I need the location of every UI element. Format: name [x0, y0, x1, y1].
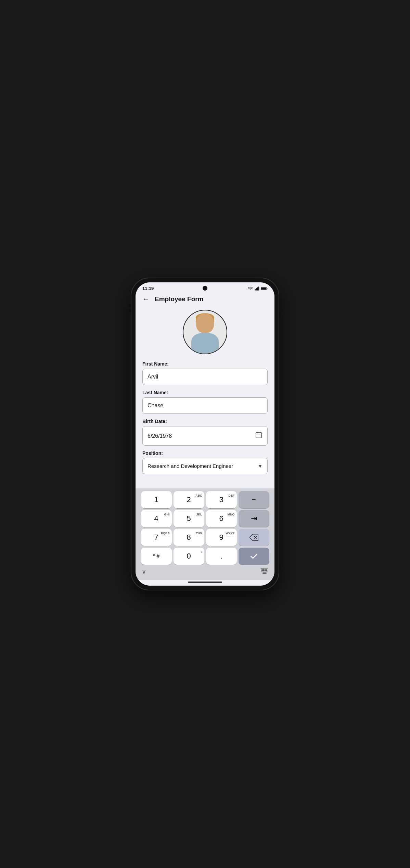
- dropdown-arrow-icon: ▼: [258, 463, 262, 469]
- svg-rect-0: [255, 289, 256, 290]
- key-star-hash[interactable]: * #: [141, 548, 172, 565]
- home-bar: [136, 580, 274, 586]
- svg-rect-6: [261, 287, 266, 289]
- svg-rect-16: [265, 569, 266, 570]
- key-4-sub: GHI: [164, 513, 169, 516]
- keyboard-row-4: * # 0 + .: [138, 548, 272, 565]
- key-2-sub: ABC: [195, 494, 202, 497]
- key-0-label: 0: [187, 552, 191, 560]
- key-7-label: 7: [154, 534, 158, 541]
- backspace-icon: [249, 534, 258, 541]
- key-minus[interactable]: −: [239, 491, 269, 508]
- key-3-sub: DEF: [229, 494, 235, 497]
- home-bar-line: [188, 582, 222, 583]
- key-minus-label: −: [252, 496, 256, 503]
- phone-screen: 11:19: [136, 282, 274, 586]
- status-icons: [248, 286, 268, 291]
- svg-rect-13: [261, 568, 268, 572]
- keyboard-hide-button[interactable]: ∨: [142, 568, 146, 575]
- key-9-sub: WXYZ: [226, 532, 235, 535]
- svg-rect-19: [263, 570, 265, 571]
- back-button[interactable]: ←: [142, 295, 149, 303]
- keyboard-row-2: 4 GHI 5 JKL 6 MNO ⇥: [138, 510, 272, 527]
- svg-rect-17: [266, 569, 267, 570]
- key-0-sub: +: [200, 550, 202, 554]
- key-7[interactable]: 7 PQRS: [141, 529, 172, 546]
- key-3-label: 3: [219, 496, 223, 503]
- wifi-icon: [248, 286, 253, 291]
- keyboard-footer: ∨: [138, 566, 272, 578]
- key-dot-label: .: [220, 552, 222, 560]
- signal-icon: [255, 286, 259, 291]
- birth-date-input[interactable]: [148, 433, 255, 439]
- position-dropdown-wrapper: Research and Development Engineer Softwa…: [142, 458, 268, 474]
- svg-rect-5: [267, 288, 267, 289]
- battery-icon: [261, 286, 268, 291]
- last-name-input[interactable]: [142, 397, 268, 414]
- key-backspace[interactable]: [239, 529, 269, 546]
- keyboard-row-1: 1 2 ABC 3 DEF −: [138, 491, 272, 508]
- calendar-icon[interactable]: [255, 431, 262, 441]
- svg-rect-1: [256, 288, 257, 290]
- avatar-container: [142, 310, 268, 354]
- key-dot[interactable]: .: [206, 548, 237, 565]
- svg-rect-22: [262, 572, 267, 574]
- keyboard-switch-icon[interactable]: [261, 568, 268, 575]
- person-figure: [186, 312, 224, 354]
- form-scroll-area: First Name: Last Name: Birth Date:: [136, 306, 274, 488]
- page-title: Employee Form: [155, 295, 204, 303]
- key-5-label: 5: [187, 515, 191, 522]
- key-5-sub: JKL: [196, 513, 202, 516]
- keyboard: 1 2 ABC 3 DEF − 4 GHI: [136, 488, 274, 580]
- birth-date-wrapper: [142, 426, 268, 446]
- first-name-group: First Name:: [142, 361, 268, 385]
- person-head: [196, 313, 214, 333]
- keyboard-row-3: 7 PQRS 8 TUV 9 WXYZ: [138, 529, 272, 546]
- avatar[interactable]: [183, 310, 227, 354]
- key-6-sub: MNO: [228, 513, 235, 516]
- svg-rect-15: [263, 569, 265, 570]
- first-name-input[interactable]: [142, 369, 268, 385]
- checkmark-icon: [250, 553, 258, 559]
- key-5[interactable]: 5 JKL: [174, 510, 204, 527]
- key-1-label: 1: [154, 496, 158, 503]
- key-6[interactable]: 6 MNO: [206, 510, 237, 527]
- key-8-sub: TUV: [196, 532, 202, 535]
- svg-rect-14: [261, 569, 263, 570]
- key-9[interactable]: 9 WXYZ: [206, 529, 237, 546]
- position-select[interactable]: Research and Development Engineer Softwa…: [148, 463, 258, 469]
- key-0[interactable]: 0 +: [174, 548, 204, 565]
- phone-frame: 11:19: [131, 278, 279, 590]
- key-8-label: 8: [187, 534, 191, 541]
- key-tab-label: ⇥: [251, 515, 257, 522]
- svg-rect-7: [256, 433, 262, 438]
- key-6-label: 6: [219, 515, 223, 522]
- key-enter[interactable]: [239, 548, 269, 565]
- svg-rect-21: [266, 570, 267, 571]
- position-group: Position: Research and Development Engin…: [142, 450, 268, 474]
- key-9-label: 9: [219, 534, 223, 541]
- app-header: ← Employee Form: [136, 292, 274, 306]
- position-label: Position:: [142, 450, 268, 456]
- key-4-label: 4: [154, 515, 158, 522]
- last-name-group: Last Name:: [142, 390, 268, 414]
- svg-rect-2: [257, 287, 258, 290]
- key-4[interactable]: 4 GHI: [141, 510, 172, 527]
- form-content: First Name: Last Name: Birth Date:: [136, 306, 274, 484]
- key-star-hash-label: * #: [153, 553, 160, 559]
- svg-rect-3: [258, 286, 259, 290]
- status-time: 11:19: [142, 286, 154, 291]
- first-name-label: First Name:: [142, 361, 268, 367]
- last-name-label: Last Name:: [142, 390, 268, 395]
- person-body: [191, 333, 219, 354]
- svg-rect-18: [261, 570, 263, 571]
- camera-notch: [203, 286, 207, 291]
- key-2[interactable]: 2 ABC: [174, 491, 204, 508]
- key-1[interactable]: 1: [141, 491, 172, 508]
- key-8[interactable]: 8 TUV: [174, 529, 204, 546]
- key-2-label: 2: [187, 496, 191, 503]
- key-tab[interactable]: ⇥: [239, 510, 269, 527]
- svg-rect-20: [265, 570, 266, 571]
- key-3[interactable]: 3 DEF: [206, 491, 237, 508]
- birth-date-group: Birth Date:: [142, 419, 268, 446]
